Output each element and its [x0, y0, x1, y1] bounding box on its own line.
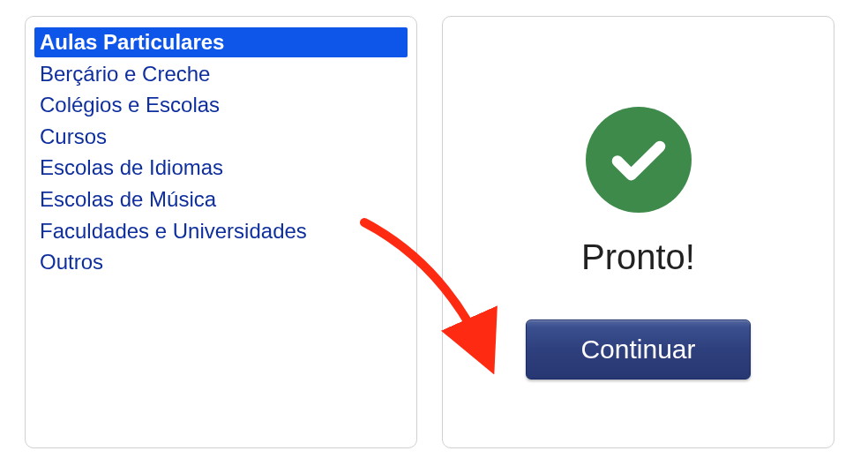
category-item-bercario-creche[interactable]: Berçário e Creche — [34, 59, 408, 89]
category-item-escolas-idiomas[interactable]: Escolas de Idiomas — [34, 153, 408, 183]
category-item-outros[interactable]: Outros — [34, 247, 408, 277]
category-list: Aulas Particulares Berçário e Creche Col… — [34, 27, 408, 277]
category-item-escolas-musica[interactable]: Escolas de Música — [34, 184, 408, 214]
category-item-faculdades-universidades[interactable]: Faculdades e Universidades — [34, 216, 408, 246]
category-item-aulas-particulares[interactable]: Aulas Particulares — [34, 27, 408, 57]
category-item-cursos[interactable]: Cursos — [34, 122, 408, 152]
ready-label: Pronto! — [581, 237, 695, 277]
success-check-icon — [586, 107, 692, 213]
panels-container: Aulas Particulares Berçário e Creche Col… — [25, 16, 843, 448]
continue-button[interactable]: Continuar — [526, 319, 751, 380]
category-panel: Aulas Particulares Berçário e Creche Col… — [25, 16, 417, 448]
check-icon — [607, 128, 670, 192]
confirmation-panel: Pronto! Continuar — [442, 16, 834, 448]
category-item-colegios-escolas[interactable]: Colégios e Escolas — [34, 90, 408, 120]
